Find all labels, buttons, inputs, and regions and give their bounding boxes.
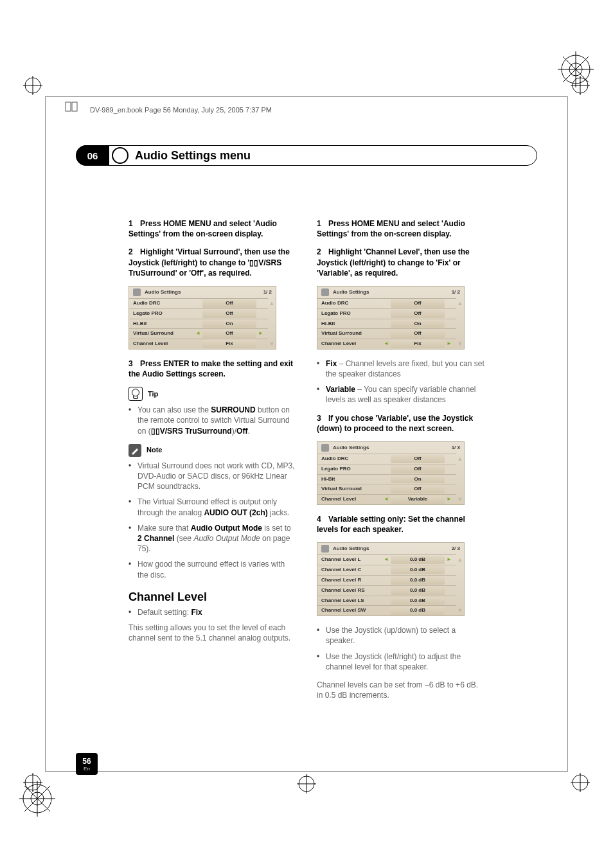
row-label: Hi-Bit xyxy=(321,321,383,328)
row-label: Channel Level C xyxy=(321,567,383,574)
settings-panel: Audio Settings2/ 3Channel Level L◄0.0 dB… xyxy=(317,542,465,616)
row-label: Audio DRC xyxy=(133,300,195,307)
row-label: Channel Level xyxy=(321,496,383,503)
left-arrow-icon: ◄ xyxy=(195,330,201,337)
row-label: Hi-Bit xyxy=(133,321,195,328)
book-icon xyxy=(64,100,78,114)
tip-label: Tip xyxy=(148,389,158,399)
settings-row: Channel Level◄Variable► xyxy=(317,494,456,504)
row-value: On xyxy=(202,320,256,328)
panel-title: Audio Settings xyxy=(333,445,369,452)
step-text: Press ENTER to make the setting and exit… xyxy=(129,359,293,378)
left-arrow-icon: ◄ xyxy=(383,496,389,503)
row-label: Channel Level LS xyxy=(321,598,383,605)
panel-title: Audio Settings xyxy=(333,289,369,296)
settings-row: Virtual SurroundOff xyxy=(317,328,456,339)
right-arrow-icon: ► xyxy=(446,556,452,563)
section-heading: Channel Level xyxy=(129,589,296,605)
body-text: Channel levels can be set from –6 dB to … xyxy=(317,680,484,700)
step-text: Variable setting only: Set the channel l… xyxy=(317,515,465,534)
step-text: Press HOME MENU and select 'Audio Settin… xyxy=(317,219,465,238)
settings-row: Legato PROOff xyxy=(317,308,456,319)
step-number: 3 xyxy=(129,359,140,369)
row-value: 0.0 dB xyxy=(391,556,445,564)
list-item: Make sure that Audio Output Mode is set … xyxy=(129,523,296,554)
row-label: Audio DRC xyxy=(321,456,383,463)
settings-row: Hi-BitOn xyxy=(317,474,456,484)
row-label: Channel Level RS xyxy=(321,587,383,594)
list-item: Variable – You can specify variable chan… xyxy=(317,384,484,405)
left-arrow-icon: ◄ xyxy=(383,341,389,348)
settings-row: Hi-BitOn xyxy=(129,319,268,329)
row-label: Legato PRO xyxy=(321,466,383,473)
settings-row: Audio DRCOff xyxy=(317,454,456,464)
tip-icon xyxy=(129,387,143,401)
row-value: Off xyxy=(391,485,445,493)
row-value: Variable xyxy=(391,495,445,504)
row-label: Audio DRC xyxy=(321,300,383,307)
settings-row: Legato PROOff xyxy=(317,464,456,474)
chapter-bar: 06 Audio Settings menu xyxy=(76,145,537,166)
list-item: Virtual Surround does not work with CD, … xyxy=(129,461,296,492)
step-number: 1 xyxy=(129,218,140,229)
right-arrow-icon: ► xyxy=(258,330,264,337)
note-label: Note xyxy=(147,445,162,455)
row-value: On xyxy=(391,475,445,484)
scroll-indicator: ▲▼ xyxy=(456,454,464,504)
row-label: Hi-Bit xyxy=(321,476,383,483)
row-label: Virtual Surround xyxy=(133,330,195,337)
list-item: Use the Joystick (left/right) to adjust … xyxy=(317,651,484,672)
row-label: Channel Level R xyxy=(321,577,383,584)
row-label: Channel Level xyxy=(133,341,195,348)
step-text: If you chose 'Variable', use the Joystic… xyxy=(317,414,473,433)
step-number: 4 xyxy=(317,514,328,524)
row-value: On xyxy=(391,320,445,328)
row-value: Off xyxy=(391,465,445,474)
row-value: 0.0 dB xyxy=(391,587,445,595)
step-text: Press HOME MENU and select 'Audio Settin… xyxy=(129,219,277,238)
row-value: Off xyxy=(391,330,445,338)
speaker-icon xyxy=(321,545,329,553)
step-text: Highlight 'Virtual Surround', then use t… xyxy=(129,247,290,277)
list-item: Fix – Channel levels are fixed, but you … xyxy=(317,359,484,379)
row-label: Legato PRO xyxy=(321,310,383,317)
row-value: 0.0 dB xyxy=(391,566,445,574)
settings-row: Virtual Surround◄Off► xyxy=(129,328,268,339)
settings-row: Channel Level SW0.0 dB xyxy=(317,605,456,616)
scroll-indicator: ▲▼ xyxy=(268,298,276,349)
row-label: Legato PRO xyxy=(133,310,195,317)
step-number: 2 xyxy=(317,247,328,257)
list-item: Use the Joystick (up/down) to select a s… xyxy=(317,625,484,646)
row-label: Virtual Surround xyxy=(321,330,383,337)
row-value: Off xyxy=(202,330,256,338)
right-arrow-icon: ► xyxy=(446,341,452,348)
joystick-list: Use the Joystick (up/down) to select a s… xyxy=(317,625,484,672)
speaker-icon xyxy=(321,288,329,296)
row-label: Virtual Surround xyxy=(321,486,383,493)
settings-row: Channel Level RS0.0 dB xyxy=(317,585,456,596)
settings-row: Channel Level◄Fix► xyxy=(317,339,456,349)
corner-burst-icon xyxy=(558,51,594,87)
step-number: 2 xyxy=(129,247,140,257)
step-text: Highlight 'Channel Level', then use the … xyxy=(317,247,470,277)
body-text: This setting allows you to set the level… xyxy=(129,623,296,643)
speaker-icon xyxy=(133,288,141,296)
settings-row: Legato PROOff xyxy=(129,308,268,319)
note-icon xyxy=(129,444,141,457)
panel-pager: 1/ 2 xyxy=(452,289,460,296)
step-number: 1 xyxy=(317,218,328,229)
registration-mark-icon xyxy=(23,76,42,95)
registration-mark-icon xyxy=(571,773,590,792)
scroll-indicator: ▲▼ xyxy=(456,554,464,616)
right-column: 1Press HOME MENU and select 'Audio Setti… xyxy=(317,218,484,752)
page-number-badge: 56 En xyxy=(76,753,98,775)
settings-row: Virtual SurroundOff xyxy=(317,484,456,494)
list-item: The Virtual Surround effect is output on… xyxy=(129,497,296,517)
note-list: Virtual Surround does not work with CD, … xyxy=(129,461,296,580)
left-arrow-icon: ◄ xyxy=(383,556,389,563)
row-value: Fix xyxy=(391,340,445,348)
settings-panel: Audio Settings1/ 2Audio DRCOffLegato PRO… xyxy=(317,286,465,350)
settings-row: Channel LevelFix xyxy=(129,339,268,349)
row-value: Off xyxy=(391,455,445,463)
settings-row: Hi-BitOn xyxy=(317,319,456,329)
